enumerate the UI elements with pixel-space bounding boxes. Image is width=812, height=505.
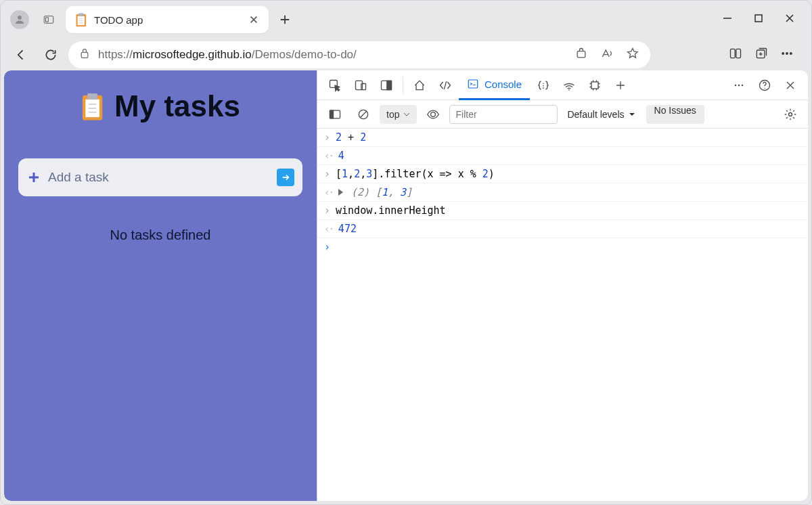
close-window-icon[interactable]: [784, 13, 795, 26]
network-tab-icon[interactable]: [557, 73, 581, 97]
svg-point-36: [738, 84, 740, 86]
issues-button[interactable]: No Issues: [646, 105, 704, 124]
expand-icon[interactable]: [338, 189, 343, 196]
svg-point-32: [543, 87, 544, 89]
plus-icon: [26, 170, 41, 185]
context-selector[interactable]: top: [380, 105, 417, 124]
new-tab-button[interactable]: [273, 7, 297, 32]
lock-icon: [79, 47, 90, 62]
add-task-input[interactable]: Add a task: [18, 158, 302, 196]
submit-task-button[interactable]: [277, 169, 294, 186]
maximize-icon[interactable]: [753, 13, 764, 26]
address-bar[interactable]: https://microsoftedge.github.io/Demos/de…: [68, 41, 650, 68]
favorite-icon[interactable]: [626, 47, 639, 63]
svg-point-33: [568, 89, 570, 90]
close-tab-icon[interactable]: [248, 14, 259, 25]
page-content: My tasks Add a task No tasks defined: [4, 70, 317, 501]
browser-tab[interactable]: TODO app: [66, 6, 269, 33]
console-output[interactable]: › 2 + 2 ‹· 4 › [1,2,3].filter(x => x % 2…: [317, 129, 808, 501]
svg-rect-2: [46, 18, 49, 22]
svg-rect-5: [78, 13, 83, 16]
task-placeholder: Add a task: [48, 170, 270, 185]
svg-rect-28: [387, 81, 392, 89]
elements-tab-icon[interactable]: [433, 73, 457, 97]
empty-state-text: No tasks defined: [110, 227, 211, 243]
console-prompt[interactable]: ›: [317, 238, 808, 256]
svg-rect-29: [468, 80, 478, 88]
filter-input[interactable]: [449, 105, 558, 124]
console-input-line: › window.innerHeight: [317, 202, 808, 220]
svg-point-16: [786, 53, 788, 55]
url-text: https://microsoftedge.github.io/Demos/de…: [98, 48, 357, 62]
back-button[interactable]: [9, 43, 33, 67]
svg-rect-20: [87, 93, 97, 100]
svg-rect-41: [330, 110, 334, 118]
read-aloud-icon[interactable]: [600, 47, 614, 63]
live-expression-icon[interactable]: [421, 102, 445, 127]
welcome-tab-icon[interactable]: [407, 73, 432, 97]
clear-console-icon[interactable]: [351, 102, 376, 127]
svg-point-37: [742, 84, 744, 86]
clipboard-icon: [75, 12, 87, 27]
console-input-line: › [1,2,3].filter(x => x % 2): [317, 165, 808, 183]
toggle-sidebar-icon[interactable]: [323, 102, 347, 127]
devtools-more-icon[interactable]: [727, 73, 751, 97]
svg-rect-12: [731, 49, 736, 58]
svg-point-17: [790, 53, 792, 55]
refresh-button[interactable]: [39, 43, 63, 67]
profile-avatar[interactable]: [10, 10, 29, 29]
device-toggle-icon[interactable]: [348, 73, 373, 97]
page-title: My tasks: [81, 89, 240, 123]
console-input-line: › 2 + 2: [317, 129, 808, 147]
sources-tab-icon[interactable]: [531, 73, 556, 97]
svg-rect-10: [81, 52, 88, 58]
console-output-line: ‹· 4: [317, 147, 808, 165]
more-tabs-icon[interactable]: [608, 73, 633, 97]
svg-point-39: [764, 87, 765, 88]
clipboard-icon: [81, 91, 105, 121]
svg-point-43: [431, 112, 436, 116]
svg-point-0: [18, 16, 22, 20]
svg-rect-9: [755, 15, 762, 22]
close-devtools-icon[interactable]: [778, 73, 803, 97]
collections-icon[interactable]: [754, 47, 768, 63]
tab-title: TODO app: [94, 14, 242, 26]
minimize-icon[interactable]: [722, 13, 733, 26]
tab-overview-icon[interactable]: [39, 9, 59, 30]
dock-side-icon[interactable]: [374, 73, 399, 97]
svg-point-15: [782, 53, 784, 55]
split-screen-icon[interactable]: [729, 47, 742, 63]
console-output-line[interactable]: ‹· (2) [1, 3]: [317, 183, 808, 202]
performance-tab-icon[interactable]: [583, 73, 607, 97]
console-tab[interactable]: Console: [459, 70, 530, 100]
inspect-icon[interactable]: [323, 73, 347, 97]
svg-point-31: [543, 85, 544, 87]
console-output-line: ‹· 472: [317, 220, 808, 238]
help-icon[interactable]: [752, 73, 777, 97]
shopping-icon[interactable]: [574, 47, 588, 63]
svg-point-30: [543, 83, 544, 84]
svg-point-35: [735, 84, 737, 86]
log-levels-selector[interactable]: Default levels: [567, 109, 635, 120]
svg-rect-34: [591, 82, 598, 89]
svg-rect-13: [736, 49, 741, 58]
svg-point-44: [789, 112, 792, 116]
console-settings-icon[interactable]: [778, 102, 803, 127]
svg-rect-11: [577, 51, 585, 58]
devtools-panel: Console top Default levels No Issues ›: [317, 70, 808, 501]
more-icon[interactable]: [780, 47, 794, 63]
